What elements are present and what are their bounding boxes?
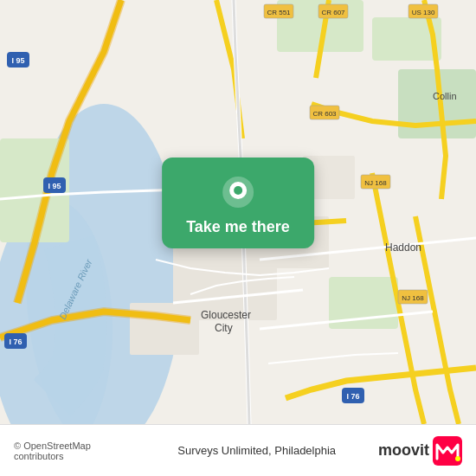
location-pin-icon [219, 173, 257, 211]
place-name-text: Surveys Unlimited, Philadelphia [135, 444, 378, 457]
attribution-text: © OpenStreetMap contributors [14, 441, 135, 461]
svg-text:I 95: I 95 [11, 56, 24, 65]
svg-text:US 130: US 130 [412, 9, 435, 16]
svg-text:NJ 168: NJ 168 [364, 179, 387, 187]
svg-text:CR 607: CR 607 [321, 9, 345, 16]
svg-point-43 [455, 456, 460, 461]
svg-text:NJ 168: NJ 168 [402, 294, 424, 302]
svg-text:CR 551: CR 551 [267, 9, 291, 16]
svg-text:Gloucester: Gloucester [201, 309, 251, 321]
svg-text:City: City [215, 322, 233, 334]
map-view: Delaware River I 95 I 95 I 76 I 76 CR 55… [0, 0, 476, 424]
svg-text:I 76: I 76 [346, 392, 359, 401]
svg-text:Haddon: Haddon [385, 241, 421, 254]
svg-text:I 76: I 76 [9, 338, 22, 346]
moovit-wordmark: moovit [378, 441, 429, 460]
location-popup[interactable]: Take me there [162, 158, 314, 248]
moovit-icon [433, 436, 462, 466]
moovit-logo: moovit [378, 436, 462, 466]
svg-text:Collin: Collin [433, 91, 457, 101]
svg-text:CR 603: CR 603 [312, 110, 337, 118]
bottom-bar: © OpenStreetMap contributors Surveys Unl… [0, 424, 476, 476]
take-me-there-button[interactable]: Take me there [186, 218, 290, 236]
svg-text:I 95: I 95 [48, 182, 61, 190]
